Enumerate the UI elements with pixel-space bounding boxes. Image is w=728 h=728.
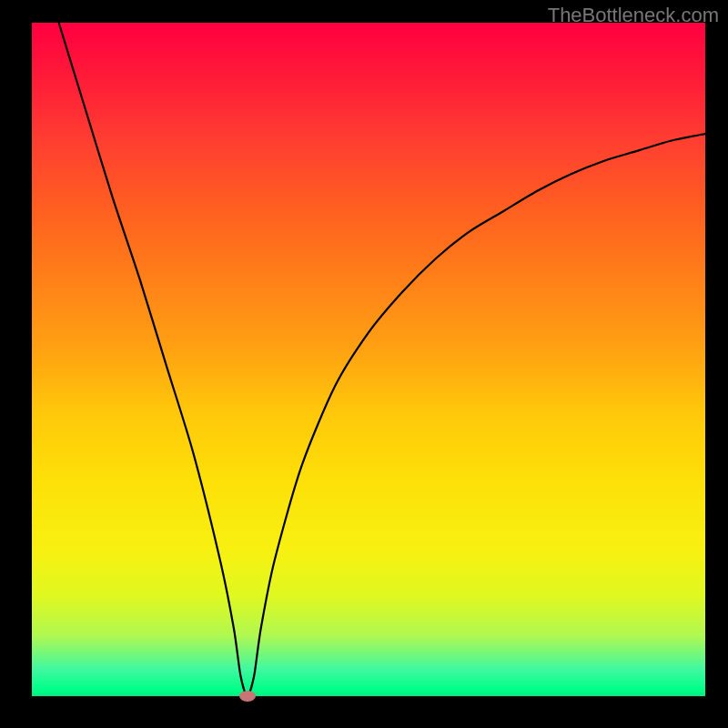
bottleneck-curve-svg (32, 23, 705, 696)
watermark-text: TheBottleneck.com (548, 4, 719, 27)
chart-plot-area (32, 23, 705, 696)
curve-minimum-marker (239, 691, 256, 702)
bottleneck-curve-line (59, 23, 705, 696)
